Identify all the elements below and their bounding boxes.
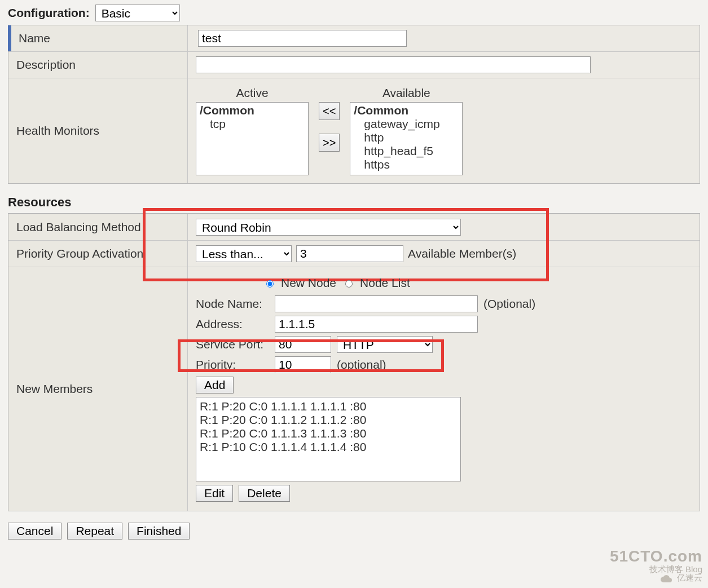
active-listbox[interactable]: /Common tcp [196,102,309,175]
address-label: Address: [196,317,269,331]
new-node-label: New Node [281,276,336,290]
priority-input[interactable] [275,356,331,373]
node-list-label: Node List [360,276,410,290]
active-header: Active [236,86,268,100]
edit-button[interactable]: Edit [196,485,233,502]
lbm-select[interactable]: Round Robin [196,219,461,236]
priority-label: Priority: [196,358,269,372]
nodename-label: Node Name: [196,297,269,311]
list-item[interactable]: http_head_f5 [354,144,459,158]
priority-hint: (optional) [337,358,386,372]
node-list-radio[interactable] [345,280,353,288]
port-input[interactable] [275,336,331,353]
pga-suffix: Available Member(s) [408,247,516,260]
pga-count-input[interactable] [296,245,403,262]
list-item[interactable]: R:1 P:20 C:0 1.1.1.2 1.1.1.2 :80 [200,413,457,427]
configuration-select[interactable]: Basic [95,5,180,21]
port-proto-select[interactable]: HTTP [337,336,433,353]
add-button[interactable]: Add [196,377,234,394]
list-item[interactable]: R:1 P:10 C:0 1.1.1.4 1.1.1.4 :80 [200,440,457,454]
move-right-button[interactable]: >> [319,134,340,152]
new-node-radio[interactable] [266,280,274,288]
list-item[interactable]: R:1 P:20 C:0 1.1.1.1 1.1.1.1 :80 [200,400,457,413]
nodename-input[interactable] [275,295,478,312]
resources-title: Resources [8,195,700,210]
list-item[interactable]: tcp [200,117,305,131]
pga-label: Priority Group Activation [8,241,188,267]
name-label: Name [8,25,188,51]
finished-button[interactable]: Finished [128,523,190,540]
list-item[interactable]: R:1 P:20 C:0 1.1.1.3 1.1.1.3 :80 [200,427,457,440]
health-monitors-label: Health Monitors [8,78,188,183]
address-input[interactable] [275,316,478,333]
port-label: Service Port: [196,338,269,351]
list-item[interactable]: https [354,158,459,171]
name-input[interactable] [198,30,407,47]
nodename-hint: (Optional) [483,297,535,311]
list-item[interactable]: http [354,131,459,144]
new-members-label: New Members [8,267,188,511]
description-input[interactable] [196,56,591,73]
available-listbox[interactable]: /Common gateway_icmp http http_head_f5 h… [350,102,463,175]
cancel-button[interactable]: Cancel [8,523,61,540]
delete-button[interactable]: Delete [239,485,290,502]
available-header: Available [382,86,430,100]
pga-mode-select[interactable]: Less than... [196,245,292,262]
description-label: Description [8,52,188,78]
list-item[interactable]: gateway_icmp [354,117,459,131]
members-listbox[interactable]: R:1 P:20 C:0 1.1.1.1 1.1.1.1 :80 R:1 P:2… [196,397,461,481]
move-left-button[interactable]: << [319,102,340,120]
repeat-button[interactable]: Repeat [67,523,122,540]
available-group: /Common [354,104,459,117]
lbm-label: Load Balancing Method [8,214,188,240]
active-group: /Common [200,104,305,117]
configuration-label: Configuration: [8,6,90,20]
